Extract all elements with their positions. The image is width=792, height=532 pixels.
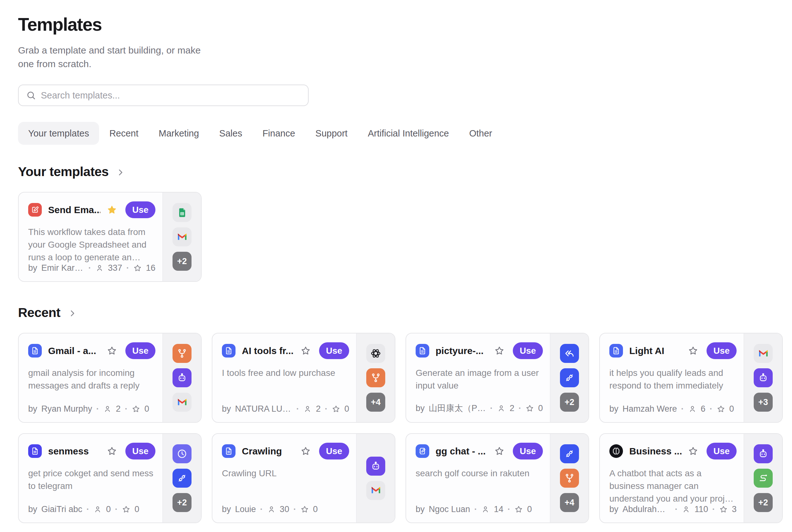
chevron-right-icon bbox=[68, 309, 77, 318]
card-title: Business ... bbox=[629, 446, 681, 457]
page-title: Templates bbox=[18, 14, 792, 35]
tab-recent[interactable]: Recent bbox=[99, 122, 149, 145]
card-description: get price cokget and send mess to telegr… bbox=[28, 467, 155, 492]
robot-icon bbox=[754, 444, 773, 463]
template-card-gg-chat[interactable]: gg chat - ... Use search golf course in … bbox=[405, 433, 589, 523]
section-your-templates: Your templates Send Ema... Use This work… bbox=[18, 164, 792, 282]
git-merge-icon bbox=[366, 368, 385, 387]
person-icon bbox=[688, 405, 697, 413]
favorite-star-button[interactable] bbox=[301, 446, 311, 456]
card-meta: by Louie · 30 · 0 bbox=[222, 505, 349, 514]
card-title: AI tools fr... bbox=[242, 345, 294, 356]
app-icon-rail bbox=[356, 434, 395, 522]
template-card-send-ema[interactable]: Send Ema... Use This workflow takes data… bbox=[18, 192, 201, 282]
tab-sales[interactable]: Sales bbox=[209, 122, 253, 145]
person-icon bbox=[267, 505, 276, 514]
card-title: Light AI bbox=[629, 345, 681, 356]
card-description: search golf course in rakuten bbox=[416, 467, 543, 480]
star-icon bbox=[515, 505, 523, 514]
use-button[interactable]: Use bbox=[513, 443, 543, 459]
by-label: by bbox=[28, 264, 37, 273]
card-description: gmail analysis for incoming messages and… bbox=[28, 367, 155, 392]
card-meta: by Ngoc Luan · 14 · 0 bbox=[416, 505, 543, 514]
app-icon-rail: +2 bbox=[550, 334, 588, 422]
template-card-light-ai[interactable]: Light AI Use it helps you qualify leads … bbox=[599, 333, 783, 423]
app-icon-rail: +3 bbox=[743, 334, 782, 422]
card-title: pictyure-... bbox=[436, 345, 488, 356]
card-grid: Gmail - a... Use gmail analysis for inco… bbox=[18, 333, 792, 523]
card-title: senmess bbox=[48, 446, 100, 457]
document-icon bbox=[610, 344, 623, 358]
app-icon-rail: +4 bbox=[356, 334, 395, 422]
person-icon bbox=[93, 505, 102, 514]
favorite-star-button[interactable] bbox=[107, 345, 117, 356]
users-count: 14 bbox=[494, 505, 503, 514]
more-apps-badge: +4 bbox=[366, 393, 385, 412]
plug-icon bbox=[173, 469, 192, 488]
by-label: by bbox=[416, 403, 425, 413]
stars-count: 0 bbox=[344, 404, 349, 414]
templates-page: Templates Grab a template and start buil… bbox=[0, 0, 792, 523]
openai-icon bbox=[366, 344, 385, 363]
tab-finance[interactable]: Finance bbox=[252, 122, 305, 145]
search-icon bbox=[26, 91, 36, 100]
person-icon bbox=[303, 405, 312, 413]
page-subtitle: Grab a template and start building, or m… bbox=[18, 44, 212, 71]
by-label: by bbox=[222, 505, 231, 514]
section-title: Your templates bbox=[18, 164, 109, 179]
template-card-pictyure[interactable]: pictyure-... Use Generate an image from … bbox=[405, 333, 589, 423]
tab-support[interactable]: Support bbox=[305, 122, 358, 145]
star-icon bbox=[525, 404, 534, 413]
favorite-star-button[interactable] bbox=[688, 345, 698, 356]
use-button[interactable]: Use bbox=[125, 342, 155, 359]
template-card-business[interactable]: Business ... Use A chatbot that acts as … bbox=[599, 433, 783, 523]
favorite-star-button[interactable] bbox=[107, 205, 117, 215]
clock-icon bbox=[173, 444, 192, 463]
use-button[interactable]: Use bbox=[319, 443, 349, 459]
section-header-link[interactable]: Recent bbox=[18, 305, 77, 320]
card-meta: by NATURA LUXS · 2 · 0 bbox=[222, 404, 349, 414]
by-label: by bbox=[610, 404, 619, 414]
tab-other[interactable]: Other bbox=[459, 122, 502, 145]
card-author: Louie bbox=[235, 505, 256, 514]
template-card-senmess[interactable]: senmess Use get price cokget and send me… bbox=[18, 433, 201, 523]
plug-icon bbox=[560, 444, 579, 463]
use-button[interactable]: Use bbox=[125, 202, 155, 218]
tab-artificial-intelligence[interactable]: Artificial Intelligence bbox=[358, 122, 459, 145]
use-button[interactable]: Use bbox=[513, 342, 543, 359]
document-icon bbox=[416, 344, 429, 358]
tab-marketing[interactable]: Marketing bbox=[149, 122, 209, 145]
person-icon bbox=[682, 505, 690, 514]
card-description: Generate an image from a user input valu… bbox=[416, 367, 543, 392]
template-card-ai-tools-fr[interactable]: AI tools fr... Use I tools free and low … bbox=[212, 333, 395, 423]
card-author: GiaiTri abc bbox=[41, 505, 83, 514]
users-count: 6 bbox=[701, 404, 706, 414]
favorite-star-button[interactable] bbox=[494, 345, 505, 356]
app-icon-rail: +2 bbox=[743, 434, 782, 522]
card-author: Hamzah Were bbox=[623, 404, 677, 414]
card-description: A chatbot that acts as a business manage… bbox=[610, 467, 737, 505]
git-merge-icon bbox=[173, 344, 192, 363]
favorite-star-button[interactable] bbox=[107, 446, 117, 456]
favorite-star-button[interactable] bbox=[688, 446, 698, 456]
section-header-link[interactable]: Your templates bbox=[18, 164, 125, 179]
template-card-crawling[interactable]: Crawling Use Crawling URL by Louie · 30 … bbox=[212, 433, 395, 523]
star-icon bbox=[717, 405, 725, 413]
google-sheets-icon bbox=[173, 203, 192, 222]
card-meta: by Abdulrahm... · 110 · 3 bbox=[610, 505, 737, 515]
route-icon bbox=[754, 469, 773, 488]
card-title: Crawling bbox=[242, 446, 294, 457]
use-button[interactable]: Use bbox=[707, 443, 737, 459]
tab-your-templates[interactable]: Your templates bbox=[18, 122, 99, 145]
use-button[interactable]: Use bbox=[125, 443, 155, 459]
card-author: 山田康太（Pr... bbox=[429, 402, 486, 414]
chevron-right-icon bbox=[116, 168, 125, 177]
search-input[interactable] bbox=[41, 90, 301, 101]
users-count: 0 bbox=[106, 505, 111, 514]
favorite-star-button[interactable] bbox=[301, 345, 311, 356]
use-button[interactable]: Use bbox=[707, 342, 737, 359]
template-card-gmail-a[interactable]: Gmail - a... Use gmail analysis for inco… bbox=[18, 333, 201, 423]
favorite-star-button[interactable] bbox=[494, 446, 505, 456]
use-button[interactable]: Use bbox=[319, 342, 349, 359]
users-count: 2 bbox=[510, 403, 515, 413]
